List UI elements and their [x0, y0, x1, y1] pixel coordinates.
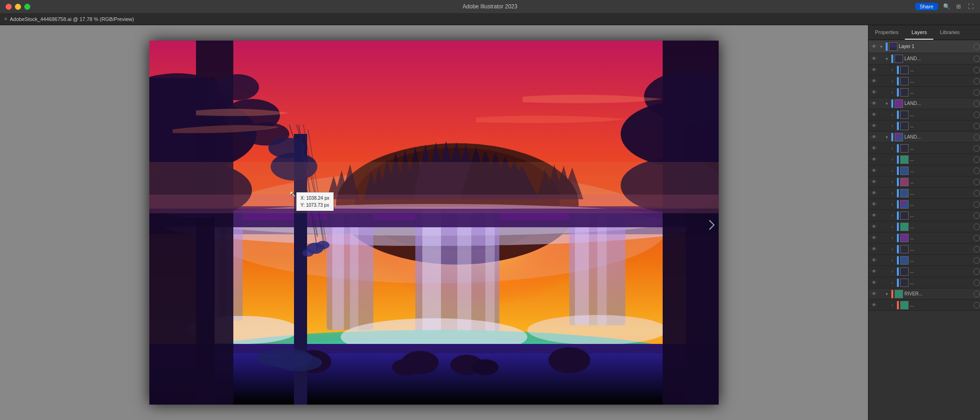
layer-row-18[interactable]: 👁 › ... — [868, 266, 980, 277]
svg-rect-40 — [422, 211, 441, 332]
layers-panel[interactable]: 👁 ▾ Layer 1 👁 ▾ LAND... — [868, 40, 980, 420]
share-button[interactable]: Share — [915, 3, 938, 10]
svg-rect-37 — [332, 213, 344, 330]
sublayer-1-color — [891, 55, 893, 63]
row-3-thumb — [900, 77, 909, 85]
sublayer-3-visibility[interactable]: 👁 — [870, 134, 878, 140]
layer-row-15[interactable]: 👁 › ... — [868, 232, 980, 244]
tabbar: ✕ AdobeStock_444686758.ai @ 17.78 % (RGB… — [0, 13, 980, 25]
layer-row-6[interactable]: 👁 › ... — [868, 120, 980, 132]
sublayer-2-expand[interactable]: ▾ — [883, 101, 890, 106]
row-2-expand[interactable]: › — [889, 68, 896, 72]
layer-row-12[interactable]: 👁 › ... — [868, 199, 980, 210]
svg-rect-45 — [597, 213, 607, 325]
layer-row-9[interactable]: 👁 › ... — [868, 165, 980, 176]
row-2-name: ... — [910, 67, 973, 72]
fullscreen-icon[interactable]: ⛶ — [967, 3, 974, 10]
layer-row-11[interactable]: 👁 › ... — [868, 188, 980, 199]
svg-point-86 — [302, 249, 314, 257]
row-5-lock[interactable] — [973, 112, 980, 118]
layer-row-17[interactable]: 👁 › ... — [868, 255, 980, 266]
sublayer-3-expand[interactable]: ▾ — [883, 135, 890, 140]
row-4-visibility[interactable]: 👁 — [870, 90, 878, 95]
tab-properties[interactable]: Properties — [868, 25, 905, 40]
layer-row-13[interactable]: 👁 › ... — [868, 210, 980, 221]
svg-rect-88 — [149, 195, 719, 213]
layer-row-10[interactable]: 👁 › ... — [868, 176, 980, 188]
layer-1-visibility-icon[interactable]: 👁 — [870, 44, 878, 49]
scene-svg — [149, 41, 719, 405]
canvas-area[interactable]: X: 1038.24 px Y: 1073.73 px ↖ — [0, 25, 868, 420]
row-4-color — [897, 88, 899, 97]
sublayer-3-thumb — [895, 133, 903, 141]
layer-row-river-1[interactable]: 👁 › ... — [868, 300, 980, 311]
layer-row-5[interactable]: 👁 › ... — [868, 109, 980, 120]
row-2-visibility[interactable]: 👁 — [870, 67, 878, 72]
row-4-expand[interactable]: › — [889, 90, 896, 95]
sublayer-2-name: LAND... — [904, 101, 973, 106]
sublayer-land-1[interactable]: 👁 ▾ LAND... — [868, 53, 980, 64]
sublayer-2-visibility[interactable]: 👁 — [870, 101, 878, 106]
row-4-lock[interactable] — [973, 89, 980, 96]
row-5-expand[interactable]: › — [889, 112, 896, 117]
layer-row-3[interactable]: 👁 › ... — [868, 76, 980, 87]
sublayer-1-expand[interactable]: ▾ — [883, 56, 890, 61]
app-title: Adobe Illustrator 2023 — [462, 3, 517, 10]
tab-close-button[interactable]: ✕ — [4, 16, 7, 21]
row-3-name: ... — [910, 78, 973, 84]
row-3-expand[interactable]: › — [889, 79, 896, 84]
layer-1-thumb — [889, 42, 897, 51]
search-icon[interactable]: 🔍 — [943, 3, 950, 10]
row-6-expand[interactable]: › — [889, 124, 896, 128]
layer-row-16[interactable]: 👁 › ... — [868, 244, 980, 255]
close-button[interactable] — [6, 4, 12, 10]
svg-rect-44 — [575, 213, 589, 325]
layer-1-lock[interactable] — [973, 43, 980, 50]
minimize-button[interactable] — [15, 4, 21, 10]
row-6-visibility[interactable]: 👁 — [870, 123, 878, 128]
sublayer-land-2[interactable]: 👁 ▾ LAND... — [868, 98, 980, 109]
row-5-visibility[interactable]: 👁 — [870, 112, 878, 117]
layer-row-8[interactable]: 👁 › ... — [868, 154, 980, 165]
sublayer-2-thumb — [895, 99, 903, 108]
svg-point-60 — [472, 359, 498, 375]
row-3-lock[interactable] — [973, 78, 980, 84]
layer-1-color-bar — [886, 42, 888, 51]
sublayer-2-color — [891, 99, 893, 108]
maximize-button[interactable] — [24, 4, 30, 10]
sublayer-1-lock[interactable] — [973, 56, 980, 62]
tab-libraries[interactable]: Libraries — [933, 25, 966, 40]
layer-row-2[interactable]: 👁 › ... — [868, 64, 980, 76]
sublayer-3-lock[interactable] — [973, 134, 980, 140]
titlebar-right: Share 🔍 ⊞ ⛶ — [915, 3, 974, 10]
layer-1-expand-icon[interactable]: ▾ — [878, 44, 884, 49]
svg-point-69 — [217, 74, 259, 100]
row-6-thumb — [900, 122, 909, 130]
grid-icon[interactable]: ⊞ — [955, 3, 962, 10]
artboard[interactable]: X: 1038.24 px Y: 1073.73 px ↖ — [149, 41, 719, 405]
row-4-thumb — [900, 88, 909, 97]
svg-point-61 — [548, 347, 590, 373]
row-5-name: ... — [910, 112, 973, 117]
svg-point-59 — [392, 359, 420, 376]
layer-row-7[interactable]: 👁 › ... — [868, 143, 980, 154]
sublayer-1-name: LAND... — [904, 56, 973, 61]
layer-row-4[interactable]: 👁 › ... — [868, 87, 980, 98]
sublayer-1-visibility[interactable]: 👁 — [870, 56, 878, 61]
sublayer-river[interactable]: 👁 ▾ RIVER... — [868, 288, 980, 300]
sublayer-land-3[interactable]: 👁 ▾ LAND... — [868, 132, 980, 143]
svg-rect-56 — [149, 344, 719, 353]
row-3-visibility[interactable]: 👁 — [870, 78, 878, 84]
svg-point-54 — [527, 315, 667, 345]
svg-point-80 — [275, 354, 322, 371]
row-2-lock[interactable] — [973, 67, 980, 73]
layer-row-14[interactable]: 👁 › ... — [868, 221, 980, 232]
row-6-lock[interactable] — [973, 123, 980, 129]
svg-rect-42 — [485, 211, 495, 332]
layer-1-header[interactable]: 👁 ▾ Layer 1 — [868, 40, 980, 53]
sublayer-2-lock[interactable] — [973, 100, 980, 107]
svg-rect-41 — [457, 211, 471, 332]
row-5-color — [897, 111, 899, 119]
layer-row-19[interactable]: 👁 › ... — [868, 277, 980, 288]
tab-layers[interactable]: Layers — [905, 25, 933, 40]
